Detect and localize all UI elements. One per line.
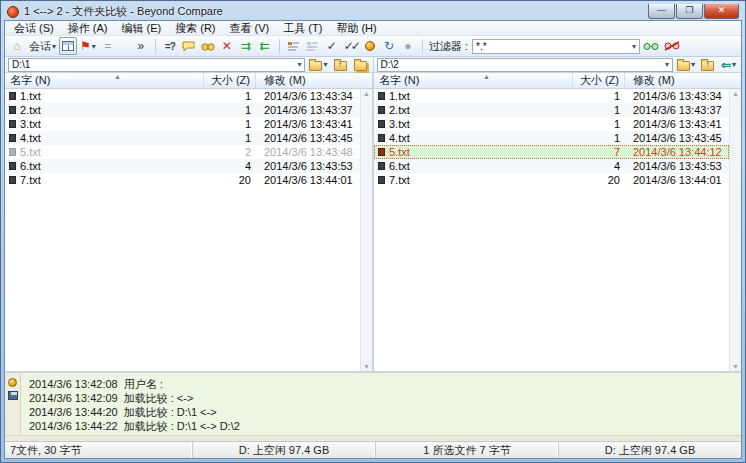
file-row-4.txt[interactable]: 4.txt12014/3/6 13:43:45 xyxy=(374,131,729,145)
file-icon xyxy=(9,120,16,128)
file-row-7.txt[interactable]: 7.txt202014/3/6 13:44:01 xyxy=(5,173,360,187)
double-check-icon: ✓✓ xyxy=(344,40,358,52)
menu-item-1[interactable]: 操作 (A) xyxy=(61,21,115,35)
log-timestamp: 2014/3/6 13:44:20 xyxy=(29,406,118,418)
stop-button[interactable]: ● xyxy=(399,37,417,55)
right-path-combobox[interactable]: D:\2 ▾ xyxy=(377,58,673,72)
file-name: 7.txt xyxy=(20,174,204,186)
column-header-size[interactable]: 大小 (Z) xyxy=(204,73,256,88)
filter-label: 过滤器 : xyxy=(429,39,468,54)
maximize-button[interactable]: ❐ xyxy=(676,4,703,19)
chevron-down-icon: ▾ xyxy=(323,60,327,69)
file-row-3.txt[interactable]: 3.txt12014/3/6 13:43:41 xyxy=(374,117,729,131)
file-icon xyxy=(9,162,16,170)
menu-bar: 会话 (S)操作 (A)编辑 (E)搜索 (R)查看 (V)工具 (T)帮助 (… xyxy=(5,21,741,36)
scroll-up-icon[interactable]: ▲ xyxy=(363,90,370,97)
left-parent-folder-button[interactable] xyxy=(332,56,350,74)
file-row-5.txt[interactable]: 5.txt22014/3/6 13:43:48 xyxy=(5,145,360,159)
log-timestamp: 2014/3/6 13:44:22 xyxy=(29,420,118,432)
file-row-2.txt[interactable]: 2.txt12014/3/6 13:43:37 xyxy=(5,103,360,117)
file-row-1.txt[interactable]: 1.txt12014/3/6 13:43:34 xyxy=(374,89,729,103)
file-icon xyxy=(378,148,385,156)
sync-ball-icon xyxy=(365,41,375,51)
back-arrow-icon: ⇐ xyxy=(721,59,731,71)
column-header-name[interactable]: 名字 (N) ▲ xyxy=(5,73,204,88)
right-parent-folder-button[interactable] xyxy=(699,56,717,74)
refresh-button[interactable]: ↻ xyxy=(380,37,398,55)
home-sessions-button[interactable]: ⌂ xyxy=(8,37,26,55)
left-path-combobox[interactable]: D:\1 ▾ xyxy=(8,58,305,72)
session-menu-button[interactable]: 会话 ▾ xyxy=(27,37,58,55)
show-same-button[interactable]: ✓ xyxy=(323,37,341,55)
file-row-3.txt[interactable]: 3.txt12014/3/6 13:43:41 xyxy=(5,117,360,131)
left-browse-folder-button[interactable]: ▾ xyxy=(307,56,329,74)
view-layout-button[interactable] xyxy=(59,37,77,55)
green-glasses-icon xyxy=(643,42,659,51)
minimize-button[interactable]: — xyxy=(648,4,675,19)
title-bar: 1 <--> 2 - 文件夹比较 - Beyond Compare — ❐ ✕ xyxy=(4,3,742,20)
all-tree-icon xyxy=(306,41,319,52)
save-disk-icon[interactable] xyxy=(8,391,18,400)
scroll-down-icon[interactable]: ▼ xyxy=(732,363,739,370)
file-name: 6.txt xyxy=(20,160,204,172)
menu-item-3[interactable]: 搜索 (R) xyxy=(168,21,222,35)
right-column-headers: 名字 (N) ▲ 大小 (Z) 修改 (M) xyxy=(374,73,741,89)
menu-item-5[interactable]: 工具 (T) xyxy=(276,21,329,35)
right-browse-folder-button[interactable]: ▾ xyxy=(675,56,697,74)
menu-item-0[interactable]: 会话 (S) xyxy=(7,21,61,35)
filter-combobox[interactable]: *.* ▾ xyxy=(472,39,640,54)
file-name: 3.txt xyxy=(389,118,573,130)
quick-compare-button[interactable] xyxy=(199,37,217,55)
folder-icon xyxy=(677,61,690,71)
file-row-7.txt[interactable]: 7.txt202014/3/6 13:44:01 xyxy=(374,173,729,187)
file-name: 2.txt xyxy=(20,104,204,116)
file-modified: 2014/3/6 13:43:41 xyxy=(256,118,360,130)
column-header-name[interactable]: 名字 (N) ▲ xyxy=(374,73,573,88)
left-swap-folders-button[interactable] xyxy=(352,56,370,74)
copy-to-left-button[interactable]: ⇇ xyxy=(256,37,274,55)
menu-item-6[interactable]: 帮助 (H) xyxy=(329,21,383,35)
file-row-1.txt[interactable]: 1.txt12014/3/6 13:43:34 xyxy=(5,89,360,103)
flag-dropdown-button[interactable]: ⚑ ▾ xyxy=(78,37,98,55)
rules-button[interactable]: = xyxy=(99,37,117,55)
log-message: 加载比较 : D:\1 <-> D:\2 xyxy=(124,420,240,432)
chevron-down-icon: ▾ xyxy=(732,60,736,69)
close-button[interactable]: ✕ xyxy=(704,4,739,19)
column-header-modified[interactable]: 修改 (M) xyxy=(256,73,360,88)
file-modified: 2014/3/6 13:43:53 xyxy=(256,160,360,172)
filter-hide-button[interactable] xyxy=(662,37,682,55)
file-name: 4.txt xyxy=(20,132,204,144)
show-all-button[interactable]: ✓✓ xyxy=(342,37,360,55)
file-size: 7 xyxy=(573,146,625,158)
pane-layout-icon xyxy=(62,41,74,51)
toolbar-overflow-button[interactable]: » xyxy=(132,37,150,55)
column-header-size[interactable]: 大小 (Z) xyxy=(573,73,625,88)
file-row-6.txt[interactable]: 6.txt42014/3/6 13:43:53 xyxy=(374,159,729,173)
comment-button[interactable] xyxy=(180,37,198,55)
scroll-up-icon[interactable]: ▲ xyxy=(732,90,739,97)
menu-item-4[interactable]: 查看 (V) xyxy=(223,21,277,35)
right-back-button[interactable]: ⇐▾ xyxy=(719,56,738,74)
file-row-6.txt[interactable]: 6.txt42014/3/6 13:43:53 xyxy=(5,159,360,173)
copy-to-right-button[interactable]: ⇉ xyxy=(237,37,255,55)
speech-bubble-icon xyxy=(182,41,195,52)
file-size: 4 xyxy=(573,160,625,172)
file-icon xyxy=(378,162,385,170)
menu-item-2[interactable]: 编辑 (E) xyxy=(114,21,168,35)
file-row-2.txt[interactable]: 2.txt12014/3/6 13:43:37 xyxy=(374,103,729,117)
filter-show-button[interactable] xyxy=(641,37,661,55)
show-differences-button[interactable] xyxy=(285,37,303,55)
column-header-modified[interactable]: 修改 (M) xyxy=(625,73,729,88)
delete-button[interactable]: ✕ xyxy=(218,37,236,55)
file-row-5.txt[interactable]: 5.txt72014/3/6 13:44:12 xyxy=(374,145,729,159)
left-scrollbar[interactable]: ▲ ▼ xyxy=(360,89,372,371)
right-scrollbar[interactable]: ▲ ▼ xyxy=(729,89,741,371)
sync-button[interactable] xyxy=(361,37,379,55)
file-row-4.txt[interactable]: 4.txt12014/3/6 13:43:45 xyxy=(5,131,360,145)
compare-contents-button[interactable]: =? xyxy=(161,37,179,55)
file-size: 1 xyxy=(573,104,625,116)
double-folder-icon xyxy=(354,61,367,71)
show-all-files-button[interactable] xyxy=(304,37,322,55)
scroll-down-icon[interactable]: ▼ xyxy=(363,363,370,370)
right-selection-status: 1 所选文件 7 字节 xyxy=(376,442,559,458)
